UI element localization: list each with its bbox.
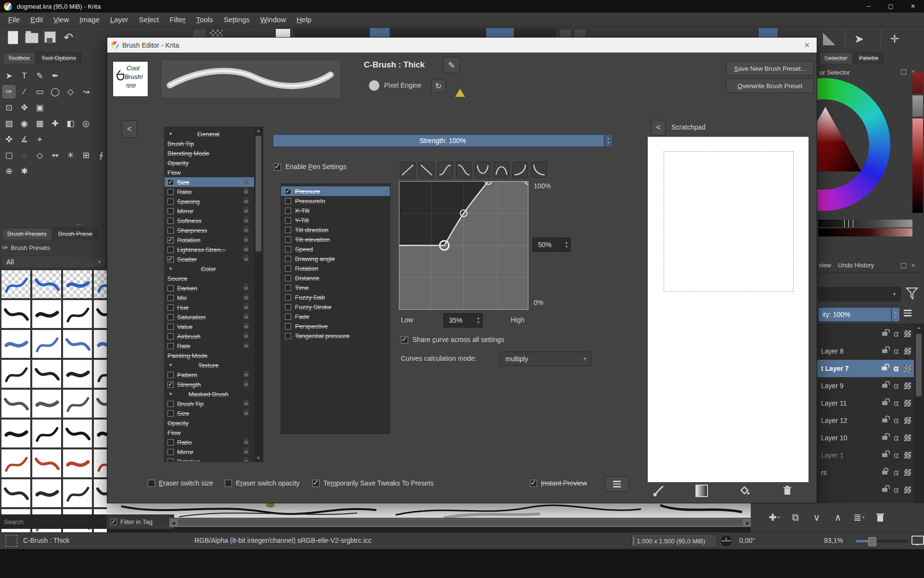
brush-preset-tile[interactable] bbox=[63, 300, 92, 328]
discard-scratchpad-icon[interactable] bbox=[781, 485, 794, 497]
curve-preset-s-curve[interactable] bbox=[437, 162, 453, 178]
tool-assistants[interactable]: ✜ bbox=[2, 133, 15, 146]
brush-preset-tile[interactable] bbox=[63, 389, 92, 418]
sensor-checkbox[interactable] bbox=[285, 314, 291, 320]
collapse-triangle-icon[interactable]: ▼ bbox=[168, 131, 173, 136]
alpha-lock-icon[interactable]: α bbox=[894, 398, 899, 408]
curve-preset-ease-in[interactable] bbox=[513, 162, 528, 178]
option-rotation[interactable]: Rotation bbox=[165, 235, 255, 245]
fill-background-icon[interactable] bbox=[738, 485, 751, 497]
menu-window[interactable]: Window bbox=[255, 13, 291, 26]
canvas-horizontal-scrollbar[interactable]: ◀ ▶ bbox=[169, 518, 752, 527]
option-flow[interactable]: Flow bbox=[165, 428, 255, 437]
lock-icon[interactable] bbox=[244, 258, 248, 261]
gradient-icon[interactable] bbox=[821, 31, 837, 47]
alpha-lock-icon[interactable]: α bbox=[894, 450, 899, 460]
lock-icon[interactable] bbox=[244, 306, 248, 309]
button-add-layer[interactable]: ✚▾ bbox=[766, 510, 783, 525]
option-pattern[interactable]: Pattern bbox=[165, 370, 255, 380]
float-docker-icon[interactable] bbox=[901, 69, 906, 75]
share-curve-checkbox[interactable] bbox=[401, 336, 408, 343]
brush-preset-tile[interactable] bbox=[93, 449, 107, 478]
brush-preset-tile[interactable] bbox=[32, 300, 62, 328]
inherit-alpha-icon[interactable] bbox=[904, 469, 911, 476]
sensor-rotation[interactable]: Rotation bbox=[281, 263, 390, 273]
sensor-checkbox[interactable] bbox=[285, 227, 291, 233]
lock-icon[interactable] bbox=[244, 287, 248, 290]
menu-settings[interactable]: Settings bbox=[218, 13, 255, 26]
option-lightness-stren-[interactable]: Lightness Stren... bbox=[165, 245, 255, 254]
tool-color-sampler[interactable]: ◉ bbox=[18, 117, 31, 130]
tool-polyline[interactable]: ↝ bbox=[79, 85, 92, 98]
layer-row-layer-8[interactable]: Layer 8α bbox=[817, 342, 914, 360]
brush-preset-tile[interactable] bbox=[63, 419, 92, 448]
curve-editor[interactable] bbox=[399, 181, 528, 310]
inherit-alpha-icon[interactable] bbox=[904, 330, 911, 337]
option-checkbox[interactable] bbox=[167, 459, 174, 462]
collapse-triangle-icon[interactable]: ▼ bbox=[168, 392, 173, 396]
option-checkbox[interactable] bbox=[167, 439, 174, 446]
options-scrollbar[interactable]: ▲ ▼ bbox=[254, 127, 263, 461]
brush-preset-tile[interactable] bbox=[32, 270, 62, 299]
menu-select[interactable]: Select bbox=[134, 13, 165, 26]
menu-help[interactable]: Help bbox=[291, 13, 317, 26]
fill-gradient-icon[interactable] bbox=[695, 485, 708, 497]
scroll-up-icon[interactable]: ▲ bbox=[257, 127, 261, 134]
sensor-speed[interactable]: Speed bbox=[281, 244, 390, 254]
calc-mode-dropdown[interactable]: multiply ▼ bbox=[500, 352, 591, 366]
alpha-lock-icon[interactable]: α bbox=[894, 346, 899, 356]
sensor-checkbox[interactable] bbox=[285, 208, 291, 214]
option-checkbox[interactable] bbox=[167, 324, 174, 330]
footer-temporarily-save-tweaks-to-presets[interactable]: Temporarily Save Tweaks To Presets bbox=[312, 479, 434, 487]
option-opacity[interactable]: Opacity bbox=[165, 418, 255, 428]
menu-file[interactable]: File bbox=[3, 13, 25, 26]
tool-pattern-edit[interactable]: ▦ bbox=[33, 117, 46, 130]
tool-smart-patch[interactable]: ✚ bbox=[49, 117, 62, 130]
save-icon[interactable] bbox=[44, 31, 56, 43]
dialog-titlebar[interactable]: Brush Editor - Krita ✕ bbox=[107, 38, 817, 53]
sensor-checkbox[interactable] bbox=[285, 275, 291, 281]
option-sharpness[interactable]: Sharpness bbox=[165, 225, 255, 235]
tab-view[interactable]: view bbox=[819, 262, 831, 269]
enable-pen-checkbox[interactable] bbox=[274, 163, 281, 171]
layer-row-layer-12[interactable]: Layer 12α bbox=[817, 412, 914, 429]
inherit-alpha-icon[interactable] bbox=[904, 417, 911, 424]
option-checkbox[interactable] bbox=[167, 381, 174, 388]
sensor-pressurein[interactable]: PressureIn bbox=[281, 196, 390, 206]
brush-preset-tile[interactable] bbox=[93, 359, 107, 388]
sensor-perspective[interactable]: Perspective bbox=[281, 321, 390, 331]
shade-selector-bar[interactable] bbox=[818, 220, 912, 227]
layer-lock-icon[interactable] bbox=[882, 384, 887, 388]
inherit-alpha-icon[interactable] bbox=[904, 486, 911, 493]
option-checkbox[interactable] bbox=[167, 314, 174, 320]
option-checkbox[interactable] bbox=[167, 208, 174, 214]
option-checkbox[interactable] bbox=[167, 285, 174, 291]
save-new-preset-button[interactable]: Save New Brush Preset... bbox=[726, 61, 814, 76]
tool-freehand-brush[interactable]: ✑ bbox=[2, 85, 15, 98]
brush-preset-tile[interactable] bbox=[1, 389, 31, 418]
sensor-checkbox[interactable] bbox=[285, 333, 291, 339]
brush-preset-tile[interactable] bbox=[93, 479, 107, 508]
curve-y-spinbox[interactable]: 50% ▲▼ bbox=[532, 237, 571, 252]
button-duplicate-layer[interactable]: ⧉ bbox=[787, 510, 804, 525]
tab-selector[interactable]: Selector bbox=[819, 52, 853, 64]
curve-preset-arch[interactable] bbox=[494, 162, 509, 178]
toolbar-handle[interactable]: ⋮⋮ bbox=[3, 30, 7, 47]
lock-icon[interactable] bbox=[244, 210, 248, 213]
brush-preset-tile[interactable] bbox=[1, 479, 31, 508]
tool-freehand-select[interactable]: ↭ bbox=[49, 149, 62, 162]
layer-lock-icon[interactable] bbox=[882, 419, 887, 422]
inherit-alpha-icon[interactable] bbox=[904, 365, 911, 372]
sensor-checkbox[interactable] bbox=[285, 198, 291, 204]
layers-scrollbar[interactable]: ▲ bbox=[914, 324, 924, 510]
reload-preset-button[interactable]: ↻ bbox=[431, 79, 446, 92]
lock-icon[interactable] bbox=[244, 344, 248, 348]
canvas[interactable] bbox=[107, 503, 752, 518]
footer-instant-preview[interactable]: Instant Preview bbox=[530, 479, 587, 487]
option-checkbox[interactable] bbox=[167, 304, 174, 311]
option-checkbox[interactable] bbox=[167, 343, 174, 349]
tool-enclose-fill[interactable]: ◎ bbox=[79, 117, 92, 130]
tool-similar-select[interactable]: ⊞ bbox=[79, 149, 92, 162]
brush-preset-tile[interactable] bbox=[93, 329, 107, 358]
lock-icon[interactable] bbox=[244, 373, 248, 377]
